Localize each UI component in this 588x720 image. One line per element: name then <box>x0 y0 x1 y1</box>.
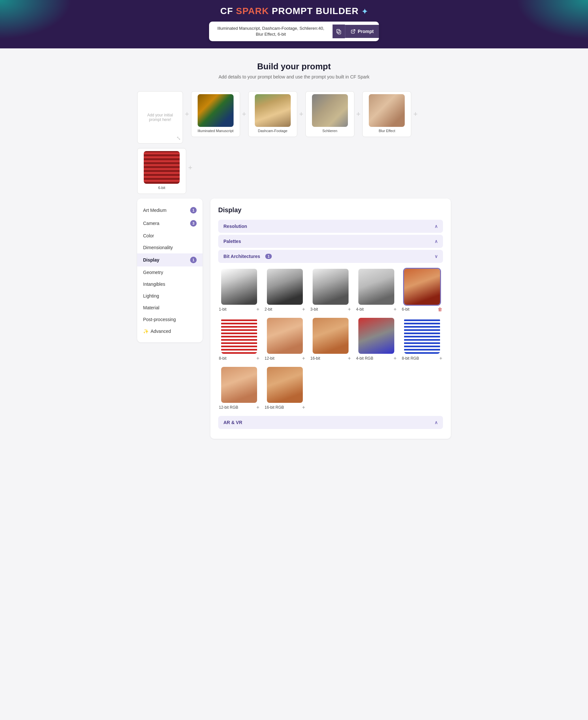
chevron-up-icon-ar-vr: ∧ <box>435 420 438 425</box>
bit-grid-row1: 1-bit + 2-bit + <box>218 269 443 312</box>
accordion-ar-vr-header[interactable]: AR & VR ∧ <box>218 416 443 429</box>
sidebar-item-intangibles[interactable]: Intangibles <box>137 278 203 290</box>
image-label-0: Illuminated Manuscript <box>197 129 234 133</box>
accordion-ar-vr-label: AR & VR <box>224 420 243 425</box>
accordion-palettes-header[interactable]: Palettes ∧ <box>218 235 443 248</box>
prompt-button[interactable]: Prompt <box>345 25 379 38</box>
grid-thumb-4bit <box>358 269 394 305</box>
grid-delete-6bit[interactable]: 🗑 <box>438 307 442 312</box>
initial-prompt-text: Add your initial prompt here! <box>140 109 180 125</box>
grid-add-12bit[interactable]: + <box>302 356 305 361</box>
svg-rect-0 <box>338 31 341 34</box>
sidebar-label-lighting: Lighting <box>143 293 159 299</box>
sidebar-badge-art-medium: 1 <box>190 207 197 214</box>
grid-label-12bit: 12-bit <box>265 356 274 361</box>
sidebar-label-display: Display <box>143 257 160 263</box>
grid-item-12bit: 12-bit + <box>264 318 306 361</box>
grid-add-12bit-rgb[interactable]: + <box>256 405 259 410</box>
grid-add-4bit-rgb[interactable]: + <box>394 356 397 361</box>
grid-add-8bit[interactable]: + <box>256 356 259 361</box>
grid-label-1bit: 1-bit <box>219 307 226 312</box>
grid-footer-1bit: 1-bit + <box>218 307 260 312</box>
wand-icon: ✨ <box>143 328 149 334</box>
sidebar-label-dimensionality: Dimensionality <box>143 245 173 250</box>
sidebar-label-post-processing: Post-processing <box>143 317 176 322</box>
grid-label-8bit: 8-bit <box>219 356 226 361</box>
plus-connector-2[interactable]: + <box>297 110 306 118</box>
grid-add-2bit[interactable]: + <box>302 307 305 312</box>
image-thumb-0 <box>197 94 234 127</box>
sidebar-label-material: Material <box>143 305 160 310</box>
accordion-palettes-label: Palettes <box>224 239 241 244</box>
sidebar-item-color[interactable]: Color <box>137 230 203 242</box>
accordion-bit-architectures-header[interactable]: Bit Architectures 1 ∨ <box>218 250 443 263</box>
copy-prompt-button[interactable] <box>333 24 345 38</box>
grid-footer-12bit: 12-bit + <box>264 356 306 361</box>
image-block-4[interactable]: 6-bit <box>137 148 186 194</box>
plus-connector-4[interactable]: + <box>411 110 419 118</box>
grid-thumb-8bit <box>221 318 257 354</box>
image-block-3[interactable]: Blur Effect <box>362 91 411 137</box>
grid-item-8bit: 8-bit + <box>218 318 260 361</box>
grid-label-16bit: 16-bit <box>310 356 320 361</box>
grid-item-6bit: 6-bit 🗑 <box>401 269 443 312</box>
image-block-2[interactable]: Schlieren <box>306 91 354 137</box>
image-strip-row2: 6-bit + <box>137 148 451 194</box>
accordion-ar-vr: AR & VR ∧ <box>218 416 443 429</box>
external-link-icon <box>351 29 356 34</box>
sidebar-badge-camera: 3 <box>190 220 197 226</box>
initial-prompt-block[interactable]: Add your initial prompt here! ⤡ <box>137 91 183 143</box>
grid-label-12bit-rgb: 12-bit RGB <box>219 405 238 410</box>
accordion-bit-badge: 1 <box>265 254 272 259</box>
sidebar-item-advanced[interactable]: ✨ Advanced <box>137 325 203 337</box>
prompt-bar: Illuminated Manuscript, Dashcam-Footage,… <box>209 22 379 41</box>
grid-add-3bit[interactable]: + <box>348 307 351 312</box>
grid-thumb-16bit <box>313 318 349 354</box>
prompt-text: Illuminated Manuscript, Dashcam-Footage,… <box>209 22 333 41</box>
plus-connector-1[interactable]: + <box>240 110 248 118</box>
grid-label-3bit: 3-bit <box>310 307 318 312</box>
grid-footer-2bit: 2-bit + <box>264 307 306 312</box>
sidebar-item-display[interactable]: Display 1 <box>137 254 203 266</box>
plus-connector-0[interactable]: + <box>183 110 191 118</box>
grid-thumb-4bit-rgb <box>358 318 394 354</box>
sidebar-badge-display: 1 <box>190 257 197 263</box>
grid-add-4bit[interactable]: + <box>394 307 397 312</box>
grid-thumb-2bit <box>267 269 303 305</box>
plus-connector-3[interactable]: + <box>354 110 363 118</box>
sidebar-item-post-processing[interactable]: Post-processing <box>137 314 203 325</box>
grid-footer-6bit: 6-bit 🗑 <box>401 307 443 312</box>
image-label-1: Dashcam-Footage <box>258 129 288 133</box>
build-title: Build your prompt <box>137 61 451 72</box>
sidebar-item-lighting[interactable]: Lighting <box>137 290 203 302</box>
accordion-bit-label-group: Bit Architectures 1 <box>224 254 272 259</box>
builder-section: Art Medium 1 Camera 3 Color Dimensionali… <box>137 198 451 439</box>
grid-item-16bit-rgb: 16-bit RGB + <box>264 367 306 410</box>
grid-add-1bit[interactable]: + <box>256 307 259 312</box>
sidebar-label-color: Color <box>143 233 154 238</box>
grid-footer-16bit-rgb: 16-bit RGB + <box>264 405 306 410</box>
grid-add-8bit-rgb[interactable]: + <box>439 356 442 361</box>
image-label-2: Schlieren <box>322 129 337 133</box>
grid-footer-3bit: 3-bit + <box>310 307 352 312</box>
image-block-0[interactable]: Illuminated Manuscript <box>191 91 240 137</box>
plus-connector-5[interactable]: + <box>186 163 194 172</box>
grid-thumb-16bit-rgb <box>267 367 303 403</box>
accordion-resolution-header[interactable]: Resolution ∧ <box>218 220 443 233</box>
sidebar-item-geometry[interactable]: Geometry <box>137 266 203 278</box>
sidebar-item-art-medium[interactable]: Art Medium 1 <box>137 204 203 217</box>
grid-add-16bit-rgb[interactable]: + <box>302 405 305 410</box>
sidebar-item-camera[interactable]: Camera 3 <box>137 217 203 230</box>
spark-icon: ✦ <box>362 7 368 16</box>
grid-footer-8bit: 8-bit + <box>218 356 260 361</box>
grid-add-16bit[interactable]: + <box>348 356 351 361</box>
resize-icon: ⤡ <box>176 135 181 141</box>
grid-item-12bit-rgb: 12-bit RGB + <box>218 367 260 410</box>
sidebar-item-material[interactable]: Material <box>137 302 203 314</box>
grid-thumb-12bit <box>267 318 303 354</box>
sidebar-item-dimensionality[interactable]: Dimensionality <box>137 242 203 254</box>
sidebar-label-geometry: Geometry <box>143 270 163 275</box>
image-label-4: 6-bit <box>158 186 165 189</box>
image-block-1[interactable]: Dashcam-Footage <box>248 91 297 137</box>
grid-label-4bit-rgb: 4-bit RGB <box>356 356 373 361</box>
